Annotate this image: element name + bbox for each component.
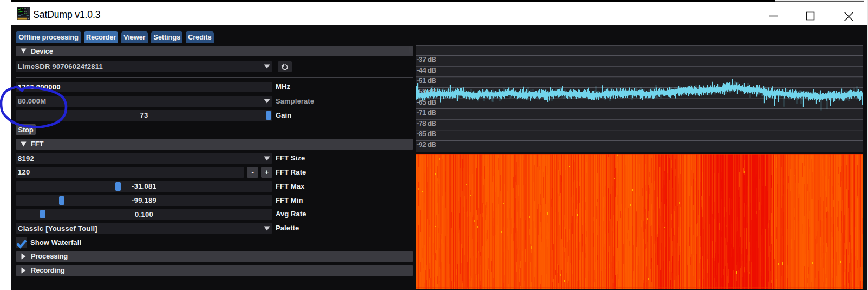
- svg-text:-44 dB: -44 dB: [417, 67, 436, 74]
- svg-text:-92 dB: -92 dB: [417, 141, 436, 149]
- svg-text:-78 dB: -78 dB: [417, 120, 436, 127]
- svg-text:-71 dB: -71 dB: [417, 109, 436, 117]
- svg-text:-37 dB: -37 dB: [417, 56, 436, 63]
- svg-text:-85 dB: -85 dB: [417, 130, 436, 138]
- svg-text:-51 dB: -51 dB: [417, 77, 436, 85]
- svg-text:-65 dB: -65 dB: [417, 99, 436, 106]
